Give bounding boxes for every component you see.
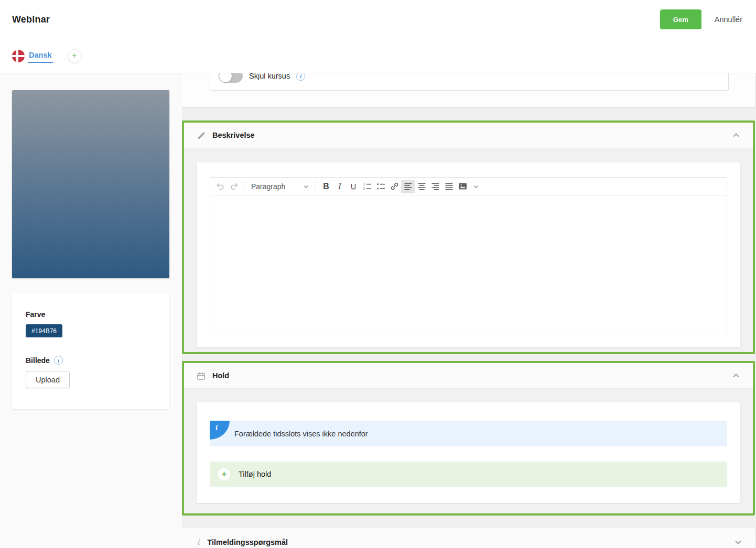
link-icon [390,181,399,191]
link-button[interactable] [387,180,401,193]
format-select-value: Paragraph [251,182,285,191]
editor-toolbar: Paragraph B I U 12 [210,178,727,195]
teams-info-message: Forældede tidsslots vises ikke nedenfor [234,430,368,438]
description-collapse-control[interactable] [732,131,740,139]
add-team-label: Tilføj hold [239,470,271,478]
page-title: Webinar [12,14,50,25]
save-button[interactable]: Gem [660,9,701,29]
description-section-title: Beskrivelse [212,131,255,139]
language-tab-dansk[interactable]: Dansk [28,50,53,63]
redo-icon [229,181,239,191]
hide-course-box: Skjul kursus i [210,73,729,91]
chevron-down-icon [734,538,742,546]
teams-collapse-control[interactable] [732,371,740,380]
editor-content[interactable] [210,195,727,334]
teams-card: i Forældede tidsslots vises ikke nedenfo… [197,402,740,503]
svg-text:1: 1 [363,182,365,186]
hide-course-label: Skjul kursus [249,73,290,80]
cancel-button[interactable]: Annullér [715,15,742,24]
chevron-down-icon [303,183,309,190]
toolbar-divider [316,181,316,192]
align-right-icon [430,181,440,191]
info-badge-icon: i [210,421,230,440]
insert-image-button[interactable] [456,180,469,193]
visibility-section: Skjul kursus i [182,73,755,107]
main-content: Skjul kursus i Beskrivelse [182,73,756,548]
signup-questions-header[interactable]: i Tilmeldingsspørgsmål [182,528,755,548]
svg-text:2: 2 [363,187,365,191]
signup-expand-control[interactable] [734,538,742,546]
webinar-editor-page: Webinar Gem Annullér Dansk + Farve #194B… [0,0,756,548]
image-info-icon[interactable]: i [54,356,63,365]
bold-button[interactable]: B [319,180,333,193]
undo-icon [215,181,225,191]
webinar-preview-image [12,90,169,278]
add-team-button[interactable]: + Tilføj hold [210,462,727,487]
topbar-actions: Gem Annullér [660,9,742,29]
teams-section-title: Hold [212,371,229,380]
teams-info-alert: i Forældede tidsslots vises ikke nedenfo… [210,421,727,446]
image-label-row: Billede i [26,356,156,365]
bullet-list-button[interactable] [374,180,387,193]
teams-section-header[interactable]: Hold [184,363,753,389]
align-center-button[interactable] [415,180,428,193]
plus-icon: + [218,468,230,480]
bullet-list-icon [376,181,386,191]
hide-course-toggle[interactable] [219,73,243,83]
appearance-card: Farve #194B76 Billede i Upload [12,293,169,409]
chevron-up-icon [732,131,740,139]
align-center-icon [417,181,427,191]
top-bar: Webinar Gem Annullér [0,0,756,39]
toolbar-more-button[interactable] [469,180,483,193]
justify-button[interactable] [442,180,456,193]
add-language-button[interactable]: + [68,49,82,63]
color-label: Farve [26,310,156,319]
language-bar: Dansk + [0,39,756,73]
teams-section-body: i Forældede tidsslots vises ikke nedenfo… [184,389,753,513]
align-left-button[interactable] [401,180,415,193]
sidebar: Farve #194B76 Billede i Upload [0,73,182,548]
hide-course-info-icon[interactable]: i [296,73,305,81]
paragraph-format-select[interactable]: Paragraph [247,180,312,193]
upload-button[interactable]: Upload [26,371,70,388]
content-area: Farve #194B76 Billede i Upload Skjul kur… [0,73,756,548]
toggle-knob [219,73,232,82]
description-section: Beskrivelse [182,120,755,354]
align-left-icon [403,181,413,191]
editor-card: Paragraph B I U 12 [197,162,740,347]
rich-text-editor: Paragraph B I U 12 [210,177,727,334]
underline-button[interactable]: U [347,180,360,193]
description-section-body: Paragraph B I U 12 [184,148,753,352]
question-info-icon: i [198,538,200,547]
color-chip[interactable]: #194B76 [26,324,62,337]
align-right-button[interactable] [428,180,442,193]
image-label: Billede [26,356,50,365]
signup-questions-section: i Tilmeldingsspørgsmål [182,528,755,548]
chevron-up-icon [732,371,740,380]
chevron-down-icon [473,183,479,190]
redo-button[interactable] [227,180,241,193]
italic-button[interactable]: I [333,180,347,193]
description-section-header[interactable]: Beskrivelse [184,123,753,148]
calendar-icon [197,371,206,380]
toolbar-divider [244,181,244,192]
signup-questions-title: Tilmeldingsspørgsmål [207,538,288,546]
undo-button[interactable] [213,180,227,193]
danish-flag-icon [12,50,25,62]
hide-course-row: Skjul kursus i [219,73,720,83]
ordered-list-button[interactable]: 12 [360,180,374,193]
pencil-icon [197,131,206,140]
image-icon [458,181,468,191]
justify-icon [444,181,454,191]
teams-section: Hold i Forældede tidsslots vises ikke ne… [182,361,755,516]
ordered-list-icon: 12 [362,181,372,191]
